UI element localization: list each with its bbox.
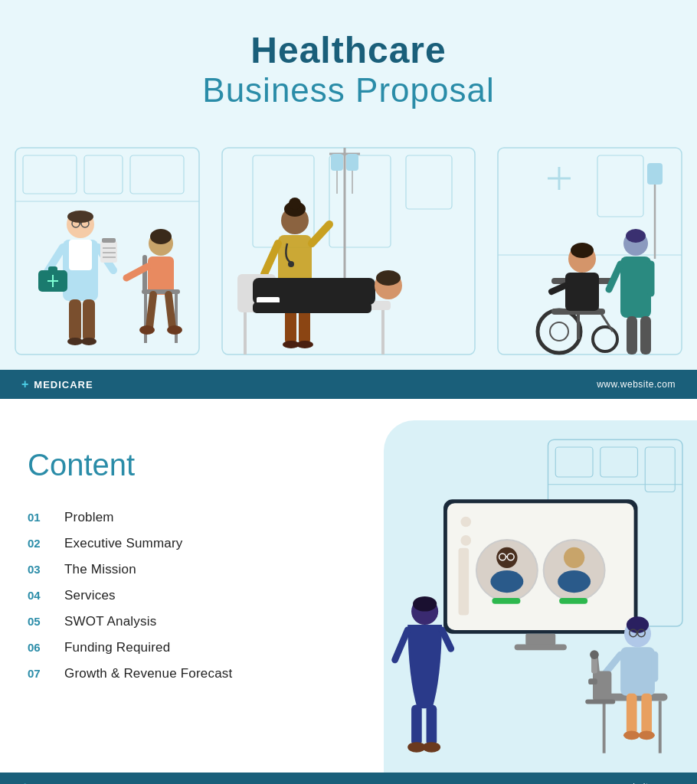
toc-item: 01Problem [28,510,356,525]
svg-point-29 [67,338,83,345]
svg-line-88 [609,264,620,289]
slide2: Content 01Problem02Executive Summary03Th… [0,420,697,784]
svg-point-117 [460,535,471,546]
svg-point-76 [593,327,617,351]
svg-rect-145 [641,694,652,735]
svg-rect-27 [69,299,81,341]
svg-rect-144 [626,694,636,735]
footer-bar-1: + MEDICARE www.website.com [0,370,697,399]
main-title-bold: Healthcare [15,29,682,71]
svg-point-116 [460,517,471,528]
svg-rect-96 [600,447,637,477]
slide2-body: Content 01Problem02Executive Summary03Th… [0,420,697,773]
svg-rect-3 [130,155,184,194]
svg-point-126 [422,742,440,753]
toc-num: 06 [28,641,49,654]
toc-num: 04 [28,589,49,602]
svg-rect-28 [83,299,95,341]
svg-point-113 [563,547,584,568]
svg-rect-123 [411,704,422,746]
toc-label: SWOT Analysis [64,614,156,629]
svg-point-120 [413,596,437,612]
svg-rect-73 [253,302,371,313]
plus-icon-left: + [21,377,29,391]
svg-point-106 [490,570,523,593]
toc-item: 03The Mission [28,562,356,577]
svg-rect-59 [346,154,358,171]
svg-rect-139 [593,671,611,701]
svg-rect-143 [585,700,615,704]
svg-rect-102 [514,644,566,650]
svg-rect-91 [640,316,651,354]
svg-line-53 [264,243,278,274]
toc-list: 01Problem02Executive Summary03The Missio… [28,510,356,681]
svg-rect-31 [100,241,117,263]
svg-point-50 [289,198,301,210]
toc-item: 05SWOT Analysis [28,614,356,629]
svg-point-37 [150,229,172,244]
brand-left-2: + MEDICARE [21,780,93,784]
svg-line-121 [394,630,407,660]
toc-label: Funding Required [64,640,170,655]
slide1: Healthcare Business Proposal [0,0,697,399]
toc-item: 06Funding Required [28,640,356,655]
svg-point-64 [296,341,313,348]
slide-gap [0,399,697,420]
svg-point-18 [67,211,93,223]
svg-point-74 [538,310,581,353]
toc-label: The Mission [64,562,136,577]
slide2-illustration-panel [384,420,698,773]
svg-rect-38 [148,256,174,295]
brand-left: + MEDICARE [21,377,93,391]
svg-rect-90 [627,316,637,354]
toc-label: Services [64,588,116,603]
svg-line-84 [551,286,565,292]
plus-icon-left-2: + [21,780,29,784]
toc-num: 05 [28,615,49,628]
svg-point-71 [376,270,401,286]
brand-name-left-2: MEDICARE [34,782,93,785]
footer-bar-2: + MEDICARE www.website.com [0,773,697,784]
slide1-illustration [0,125,697,370]
toc-num: 03 [28,563,49,576]
svg-point-146 [623,731,639,740]
svg-point-45 [139,325,155,335]
svg-point-30 [81,338,97,345]
svg-rect-93 [647,163,663,185]
svg-point-82 [571,243,594,258]
svg-rect-42 [142,255,147,293]
svg-rect-136 [620,647,655,695]
svg-rect-110 [492,598,520,604]
svg-rect-39 [142,289,180,294]
website-url-1: www.website.com [597,379,676,390]
svg-point-75 [550,322,568,341]
toc-label: Problem [64,510,114,525]
svg-rect-95 [555,447,593,477]
svg-line-44 [169,295,172,328]
toc-label: Growth & Revenue Forecast [64,666,232,681]
svg-point-46 [167,325,182,335]
svg-rect-118 [458,548,469,616]
toc-item: 02Executive Summary [28,536,356,551]
svg-rect-87 [620,256,651,318]
svg-rect-97 [645,447,675,492]
brand-name-left: MEDICARE [34,379,93,390]
svg-point-147 [638,731,654,740]
svg-rect-10 [597,155,643,217]
toc-item: 07Growth & Revenue Forecast [28,666,356,681]
svg-rect-6 [253,155,314,247]
svg-rect-20 [69,240,92,270]
toc-item: 04Services [28,588,356,603]
svg-rect-124 [426,704,437,746]
slide1-header: Healthcare Business Proposal [0,0,697,125]
svg-rect-24 [48,266,57,273]
svg-rect-140 [588,678,597,684]
svg-point-114 [558,570,591,593]
toc-num: 07 [28,667,49,680]
svg-line-43 [149,295,153,328]
svg-rect-5 [222,148,475,354]
svg-rect-100 [447,503,633,630]
svg-rect-115 [559,598,587,604]
svg-rect-57 [331,154,343,171]
svg-point-86 [626,229,646,243]
